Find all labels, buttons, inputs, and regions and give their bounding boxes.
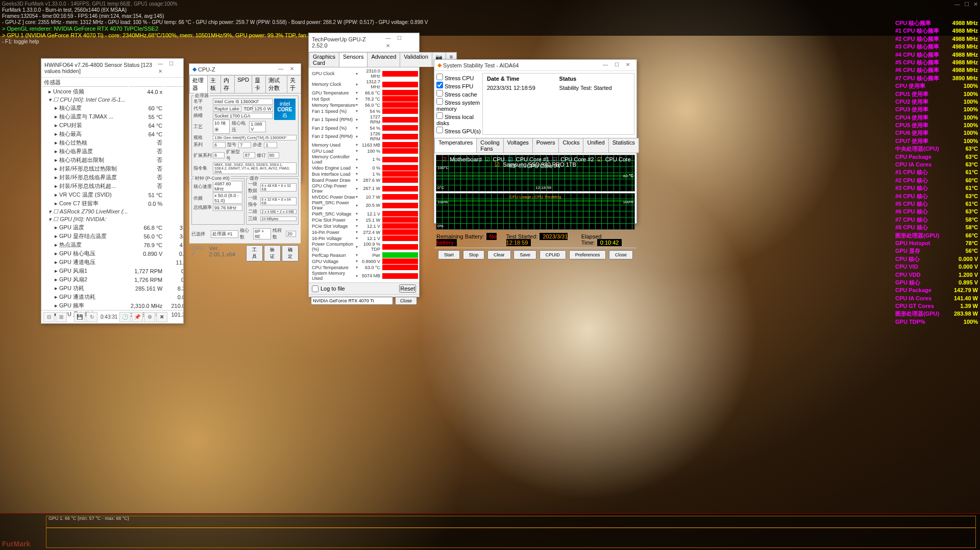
window-controls[interactable]: —☐✕: [950, 1, 978, 8]
clock-icon[interactable]: 🕐: [119, 312, 131, 322]
hwinfo-window: HWiNFO64 v7.26-4800 Sensor Status [123 v…: [41, 58, 184, 324]
window-controls[interactable]: —☐✕: [155, 60, 180, 76]
refresh-icon[interactable]: ↻: [86, 312, 97, 322]
aida-log: Date & TimeStatus 2023/3/31 12:18:59Stab…: [482, 73, 634, 135]
furmark-bottom-graph: FurMark GPU 1: 66 °C (min: 57 °C - max: …: [0, 513, 980, 550]
hwinfo-timer: 0:43:31: [101, 314, 117, 320]
log-to-file-checkbox[interactable]: [312, 285, 318, 292]
gpuz-tabs[interactable]: Graphics CardSensorsAdvancedValidation📷≡: [309, 52, 419, 67]
close-button[interactable]: Close: [395, 297, 417, 305]
gpu-device-select[interactable]: [311, 297, 393, 305]
furmark-logo: FurMark: [2, 540, 30, 548]
hwinfo-sensor-table[interactable]: 传感器 ▸ Uncore 倍频44.0 x30.0 x45.0 x44.4 x …: [41, 78, 183, 317]
clear-button[interactable]: Clear: [487, 250, 511, 259]
furmark-titlebar: Geeks3D FurMark v1.33.0.0 - 145FPS, GPU1…: [2, 1, 978, 7]
intel-logo: intelCOREi5: [274, 99, 296, 120]
aida-status-bar: Remaining Battery:No battery Test Starte…: [434, 231, 636, 248]
aida-temp-graph: ☑Motherboard☑CPU☑CPU Core #1☑CPU Core #2…: [436, 155, 635, 192]
expand-icon[interactable]: ⊟: [43, 312, 55, 322]
cpuz-tools-button[interactable]: 工具: [246, 245, 263, 261]
close-button[interactable]: Close: [609, 250, 633, 259]
aida-stress-options[interactable]: Stress CPU Stress FPU Stress cache Stres…: [436, 73, 482, 135]
reset-button[interactable]: Reset: [399, 284, 416, 293]
aida-titlebar[interactable]: ◆ System Stability Test - AIDA64 —☐✕: [434, 60, 636, 71]
settings-icon[interactable]: ⚙: [144, 312, 155, 322]
hwinfo-title: HWiNFO64 v7.26-4800 Sensor Status [123 v…: [44, 62, 155, 74]
gpuz-sensors[interactable]: GPU Clock▾2310.0 MHzMemory Clock▾1312.7 …: [309, 67, 419, 282]
close-icon[interactable]: ✖: [156, 312, 167, 322]
cpuz-window: ◆ CPU-Z —✕ 处理器主板内存SPD显卡测试分数关于 处理器 intelC…: [189, 63, 301, 182]
osd-overlay: CPU 核心频率4988 MHz#1 CPU 核心频率4988 MHz#2 CP…: [893, 19, 980, 326]
hwinfo-toolbar[interactable]: ⊟ ⊞ 💾 ↻ 0:43:31 🕐 📌 ⚙ ✖: [41, 310, 183, 323]
aida-window: ◆ System Stability Test - AIDA64 —☐✕ Str…: [434, 59, 637, 224]
start-button[interactable]: Start: [438, 250, 460, 259]
cpuz-tabs[interactable]: 处理器主板内存SPD显卡测试分数关于: [189, 75, 301, 93]
cpuz-ok-button[interactable]: 确定: [282, 245, 299, 261]
cpuz-validate-button[interactable]: 验证: [264, 245, 281, 261]
collapse-icon[interactable]: ⊞: [56, 312, 67, 322]
pin-icon[interactable]: 📌: [132, 312, 143, 322]
aida-cpu-graph: CPU Usage | CPU Throttling 100%100% 0%: [436, 193, 635, 230]
furmark-overlay: Geeks3D FurMark v1.33.0.0 - 145FPS, GPU1…: [0, 0, 980, 36]
save-button[interactable]: Save: [513, 250, 536, 259]
cpuz-titlebar[interactable]: ◆ CPU-Z —✕: [189, 64, 301, 75]
cpuid-button[interactable]: CPUID: [540, 250, 566, 259]
gpuz-window: TechPowerUp GPU-Z 2.52.0 —☐✕ Graphics Ca…: [308, 33, 420, 297]
aida-tabs[interactable]: TemperaturesCooling FansVoltagesPowersCl…: [434, 138, 636, 153]
save-icon[interactable]: 💾: [74, 312, 85, 322]
aida-buttons: StartStopClearSaveCPUIDPreferencesClose: [434, 248, 636, 261]
preferences-button[interactable]: Preferences: [569, 250, 606, 259]
gpuz-titlebar[interactable]: TechPowerUp GPU-Z 2.52.0 —☐✕: [309, 33, 419, 52]
stop-button[interactable]: Stop: [463, 250, 485, 259]
hwinfo-titlebar[interactable]: HWiNFO64 v7.26-4800 Sensor Status [123 v…: [41, 59, 183, 78]
